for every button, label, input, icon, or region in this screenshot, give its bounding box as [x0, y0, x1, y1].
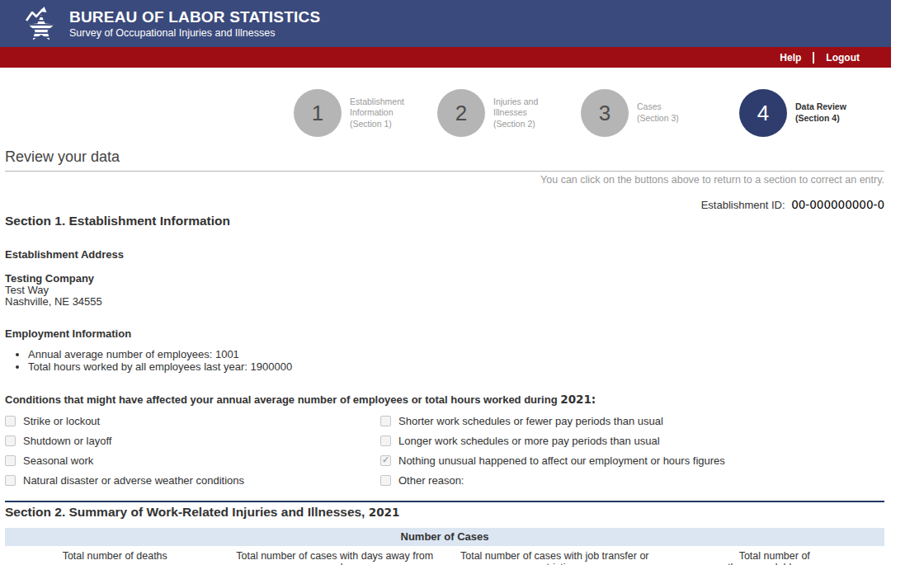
conditions-heading: Conditions that might have affected your…	[5, 393, 884, 406]
brand-title: BUREAU OF LABOR STATISTICS	[69, 8, 320, 26]
page: BUREAU OF LABOR STATISTICS Survey of Occ…	[0, 0, 891, 565]
number-of-cases-table: Number of Cases Total number of deaths 0…	[5, 528, 884, 565]
company-name: Testing Company	[5, 273, 884, 285]
condition-label: Nothing unusual happened to affect our e…	[398, 454, 725, 467]
checkbox-shorter-schedules[interactable]	[380, 416, 391, 426]
section-2-heading: Section 2. Summary of Work-Related Injur…	[5, 505, 884, 520]
condition-label: Shorter work schedules or fewer pay peri…	[398, 415, 663, 427]
section-divider	[5, 501, 884, 502]
condition-strike-or-lockout: Strike or lockout	[5, 411, 380, 431]
employment-bullet-hours: Total hours worked by all employees last…	[28, 360, 884, 373]
checkbox-seasonal-work[interactable]	[5, 455, 16, 466]
condition-shorter-schedules: Shorter work schedules or fewer pay peri…	[380, 411, 725, 431]
column-other-recordable: Total number of other recordable cases 1…	[665, 546, 885, 565]
table-title: Number of Cases	[5, 528, 884, 546]
step-data-review[interactable]: 4 Data Review (Section 4)	[739, 89, 863, 137]
brand-subtitle: Survey of Occupational Injuries and Illn…	[69, 27, 320, 39]
column-header: Total number of other recordable cases	[673, 546, 877, 565]
step-2-label: Injuries and Illnesses (Section 2)	[493, 97, 561, 130]
step-3-circle[interactable]: 3	[581, 89, 629, 137]
step-4-circle[interactable]: 4	[739, 89, 787, 137]
conditions-left-column: Strike or lockout Shutdown or layoff Sea…	[5, 411, 380, 490]
step-4-label: Data Review (Section 4)	[795, 101, 863, 124]
logout-link[interactable]: Logout	[826, 52, 860, 64]
condition-label: Seasonal work	[23, 454, 93, 467]
condition-longer-schedules: Longer work schedules or more pay period…	[380, 431, 725, 450]
employment-list: Annual average number of employees: 1001…	[28, 348, 884, 373]
employment-information-heading: Employment Information	[5, 327, 884, 340]
column-header: Total number of cases with job transfer …	[453, 546, 657, 565]
condition-other-reason: Other reason:	[380, 470, 725, 490]
city-state-zip: Nashville, NE 34555	[5, 296, 884, 308]
step-indicator: 1 Establishment Information (Section 1) …	[0, 89, 891, 137]
conditions-right-column: Shorter work schedules or fewer pay peri…	[380, 411, 725, 490]
step-3-label: Cases (Section 3)	[637, 101, 705, 124]
street-address: Test Way	[5, 285, 884, 296]
nav-divider	[813, 52, 814, 64]
cell: Total number of other recordable cases 1	[673, 546, 877, 565]
condition-label: Shutdown or layoff	[23, 435, 111, 447]
checkbox-shutdown-or-layoff[interactable]	[5, 436, 16, 446]
cell: Total number of cases with job transfer …	[453, 546, 657, 565]
checkbox-natural-disaster[interactable]	[5, 475, 16, 486]
establishment-address-heading: Establishment Address	[5, 248, 884, 261]
checkbox-other-reason[interactable]	[380, 475, 391, 486]
table-columns: Total number of deaths 0 (G) Total numbe…	[5, 546, 884, 565]
section-2-year: 2021	[369, 506, 400, 519]
cell: Total number of deaths 0	[13, 546, 217, 565]
condition-shutdown-or-layoff: Shutdown or layoff	[5, 431, 380, 450]
page-title: Review your data	[5, 148, 884, 172]
step-1-label: Establishment Information (Section 1)	[350, 97, 417, 130]
establishment-id-value: 00-000000000-0	[791, 198, 884, 211]
help-link[interactable]: Help	[780, 52, 801, 64]
condition-label: Strike or lockout	[23, 415, 100, 427]
conditions-heading-text: Conditions that might have affected your…	[5, 393, 558, 406]
conditions-checkbox-grid: Strike or lockout Shutdown or layoff Sea…	[5, 411, 884, 490]
step-1-circle[interactable]: 1	[294, 89, 342, 137]
condition-nothing-unusual: Nothing unusual happened to affect our e…	[380, 450, 725, 470]
brand-text: BUREAU OF LABOR STATISTICS Survey of Occ…	[69, 8, 320, 40]
step-injuries-illnesses[interactable]: 2 Injuries and Illnesses (Section 2)	[437, 89, 561, 137]
column-header: Total number of cases with days away fro…	[233, 546, 437, 565]
step-2-circle[interactable]: 2	[437, 89, 485, 137]
section-2-heading-text: Section 2. Summary of Work-Related Injur…	[5, 505, 365, 519]
step-cases[interactable]: 3 Cases (Section 3)	[581, 89, 705, 137]
top-header-bar: BUREAU OF LABOR STATISTICS Survey of Occ…	[0, 0, 891, 47]
checkbox-strike-or-lockout[interactable]	[5, 416, 16, 426]
cell: Total number of cases with days away fro…	[233, 546, 437, 565]
condition-label: Other reason:	[398, 474, 464, 487]
condition-label: Natural disaster or adverse weather cond…	[23, 474, 244, 487]
main-content: Review your data You can click on the bu…	[0, 148, 891, 565]
column-days-away: Total number of cases with days away fro…	[225, 546, 446, 565]
condition-seasonal-work: Seasonal work	[5, 450, 380, 470]
red-nav-bar: Help Logout	[0, 47, 891, 68]
checkbox-nothing-unusual[interactable]	[380, 455, 391, 466]
condition-natural-disaster: Natural disaster or adverse weather cond…	[5, 470, 380, 490]
conditions-year: 2021:	[560, 393, 596, 406]
establishment-id-row: Establishment ID: 00-000000000-0	[5, 198, 884, 211]
employment-bullet-employees: Annual average number of employees: 1001	[28, 348, 884, 360]
establishment-id-label: Establishment ID:	[701, 199, 785, 211]
step-establishment-information[interactable]: 1 Establishment Information (Section 1)	[294, 89, 417, 137]
bls-star-logo-icon	[21, 5, 61, 43]
column-total-deaths: Total number of deaths 0 (G)	[5, 546, 225, 565]
column-header: Total number of deaths	[13, 546, 217, 565]
condition-label: Longer work schedules or more pay period…	[398, 435, 660, 447]
section-1-heading: Section 1. Establishment Information	[5, 214, 884, 228]
column-job-transfer: Total number of cases with job transfer …	[445, 546, 665, 565]
correction-note: You can click on the buttons above to re…	[5, 174, 884, 186]
checkbox-longer-schedules[interactable]	[380, 436, 391, 446]
